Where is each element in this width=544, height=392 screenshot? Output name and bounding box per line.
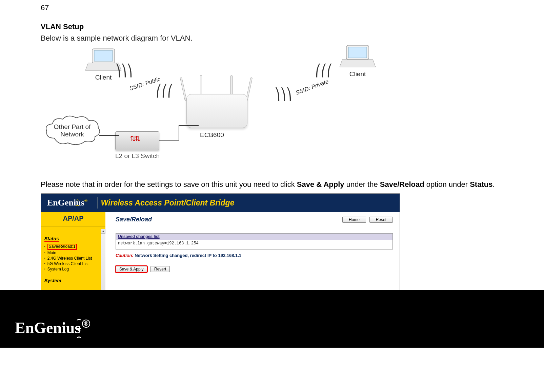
unsaved-changes-body: network.lan.gateway=192.168.1.254 [116, 240, 393, 249]
unsaved-changes-head: Unsaved changes list [116, 233, 393, 240]
wifi-waves-icon: ⎞⎞⎞ [115, 64, 133, 77]
client-right-icon: Client [339, 43, 376, 78]
wifi-waves-icon: ⎞⎞⎞ [275, 87, 292, 101]
home-button[interactable]: Home [342, 217, 366, 223]
ssid-private-label: SSID: Private [295, 78, 330, 96]
cloud-label-line1: Other Part of [54, 123, 91, 130]
sidebar-24g-client-list[interactable]: 2.4G Wireless Client List [44, 256, 103, 261]
reset-button[interactable]: Reset [369, 217, 393, 223]
svg-marker-5 [340, 60, 376, 67]
sidebar: AP/AP ▲ Status Save/Reload:1 Main 2.4G W… [41, 212, 105, 290]
note-paragraph: Please note that in order for the settin… [41, 179, 503, 190]
scrollbar[interactable]: ▲ [101, 229, 105, 290]
wifi-waves-icon: ⎞⎞⎞ [156, 84, 173, 97]
sidebar-main[interactable]: Main [44, 250, 103, 256]
cloud-label-line2: Network [60, 131, 84, 138]
wifi-waves-icon: ⎞⎞⎞ [315, 64, 333, 77]
caution-line: Caution: Network Setting changed, redire… [116, 253, 393, 258]
ui-header: EnGenius⌢⌢® Wireless Access Point/Client… [41, 194, 400, 212]
client-right-label: Client [339, 70, 376, 78]
section-title: VLAN Setup [41, 22, 503, 31]
vlan-diagram: Client SSID: Public ⎞⎞⎞ ⎞⎞⎞ Client SSID:… [44, 47, 500, 172]
admin-ui-screenshot: EnGenius⌢⌢® Wireless Access Point/Client… [41, 193, 400, 290]
footer-engenius-logo: EnGenius⌢⌢⌢® [15, 319, 90, 337]
switch-label: L2 or L3 Switch [115, 152, 160, 160]
scroll-up-icon[interactable]: ▲ [101, 229, 105, 234]
sidebar-5g-client-list[interactable]: 5G Wireless Client List [44, 261, 103, 266]
content-area: Save/Reload Home Reset Unsaved changes l… [105, 212, 400, 290]
sidebar-status-head[interactable]: Status [44, 236, 59, 242]
page-footer: EnGenius⌢⌢⌢® [0, 290, 544, 348]
switch-icon: ⇅⇅ L2 or L3 Switch [115, 131, 160, 160]
page-number: 67 [41, 3, 503, 12]
engenius-logo: EnGenius⌢⌢® [41, 198, 94, 208]
cable-icon [99, 135, 119, 136]
network-cloud-icon: Other Part of Network [44, 114, 102, 148]
cable-icon [159, 124, 199, 144]
content-title: Save/Reload [116, 216, 152, 223]
save-apply-button[interactable]: Save & Apply [116, 266, 147, 272]
svg-rect-4 [348, 47, 367, 58]
ui-header-title: Wireless Access Point/Client Bridge [101, 198, 235, 208]
revert-button[interactable]: Revert [150, 266, 170, 272]
wifi-icon: ⌢⌢⌢ [77, 315, 81, 341]
mode-label: AP/AP [41, 212, 105, 227]
svg-rect-1 [94, 50, 113, 61]
sidebar-save-reload[interactable]: Save/Reload:1 [44, 243, 103, 250]
wifi-icon: ⌢⌢ [76, 197, 79, 208]
access-point-icon [173, 94, 261, 128]
sidebar-system-head[interactable]: System [44, 278, 103, 283]
divider [97, 197, 98, 209]
ap-model-label: ECB600 [200, 131, 224, 139]
sidebar-system-log[interactable]: System Log [44, 266, 103, 272]
intro-text: Below is a sample network diagram for VL… [41, 34, 503, 43]
